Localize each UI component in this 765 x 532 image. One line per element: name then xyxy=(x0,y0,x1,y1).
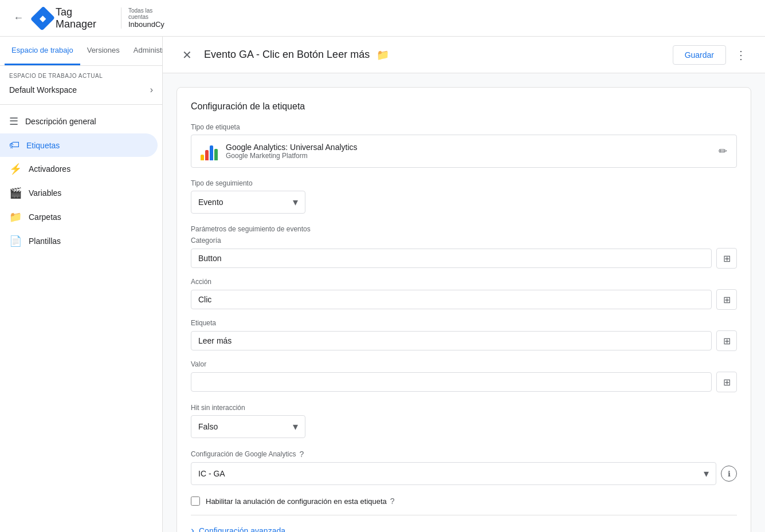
value-row: ⊞ xyxy=(191,372,737,392)
top-header: ← ◆ Tag Manager Todas las cuentas Inboun… xyxy=(0,0,765,37)
tag-type-edit-icon[interactable]: ✏ xyxy=(719,145,727,157)
workspace-name-row[interactable]: Default Workspace › xyxy=(9,82,153,97)
panel-header: ✕ Evento GA - Clic en Botón Leer más 📁 G… xyxy=(163,37,765,73)
category-var-button[interactable]: ⊞ xyxy=(716,248,737,269)
panel-header-left: ✕ Evento GA - Clic en Botón Leer más 📁 xyxy=(176,45,389,65)
value-label: Valor xyxy=(191,360,737,368)
advanced-chevron-icon: › xyxy=(191,525,194,532)
close-button[interactable]: ✕ xyxy=(176,45,197,65)
sidebar-item-folders[interactable]: 📁 Carpetas xyxy=(0,205,158,229)
main-layout: Espacio de trabajo Versiones Administrad… xyxy=(0,37,765,532)
sidebar-item-triggers[interactable]: ⚡ Activadores xyxy=(0,157,158,181)
ga-config-group: Configuración de Google Analytics ? IC -… xyxy=(191,450,737,485)
tracking-type-label: Tipo de seguimiento xyxy=(191,179,737,187)
tab-workspace[interactable]: Espacio de trabajo xyxy=(5,37,80,65)
save-button[interactable]: Guardar xyxy=(673,45,726,65)
tag-type-name: Google Analytics: Universal Analytics xyxy=(226,143,358,152)
tag-type-platform: Google Marketing Platform xyxy=(226,152,358,160)
workspace-chevron-icon: › xyxy=(150,85,153,95)
overview-icon: ☰ xyxy=(9,115,18,128)
action-row: ⊞ xyxy=(191,289,737,310)
tag-label-field-label: Etiqueta xyxy=(191,319,737,327)
tag-type-label: Tipo de etiqueta xyxy=(191,123,737,131)
category-label: Categoría xyxy=(191,237,737,245)
category-input[interactable] xyxy=(191,249,712,268)
sidebar-item-overview[interactable]: ☰ Descripción general xyxy=(0,109,158,133)
more-options-button[interactable]: ⋮ xyxy=(731,45,751,65)
back-button[interactable]: ← xyxy=(9,8,28,29)
ga-icon xyxy=(201,142,219,160)
event-params-group: Parámetros de seguimiento de eventos Cat… xyxy=(191,225,737,392)
hit-value: Falso xyxy=(198,422,218,431)
dropdown-arrow-icon: ▾ xyxy=(293,196,298,208)
sidebar-item-templates[interactable]: 📄 Plantillas xyxy=(0,229,158,253)
tag-type-left: Google Analytics: Universal Analytics Go… xyxy=(201,142,358,160)
ga-config-arrow-icon: ▾ xyxy=(704,467,709,480)
tag-config-card: Configuración de la etiqueta Tipo de eti… xyxy=(176,87,751,532)
workspace-section: ESPACIO DE TRABAJO ACTUAL Default Worksp… xyxy=(0,66,162,105)
account-info: Todas las cuentas InboundCy xyxy=(121,7,170,29)
folders-icon: 📁 xyxy=(9,211,22,223)
advanced-row[interactable]: › Configuración avanzada xyxy=(191,515,737,532)
sidebar-item-label-folders: Carpetas xyxy=(29,212,61,222)
tag-label-row: ⊞ xyxy=(191,330,737,351)
sidebar-item-variables[interactable]: 🎬 Variables xyxy=(0,181,158,205)
action-var-button[interactable]: ⊞ xyxy=(716,289,737,310)
override-checkbox[interactable] xyxy=(191,496,200,506)
hit-label: Hit sin interacción xyxy=(191,404,737,412)
tracking-type-value: Evento xyxy=(198,198,223,207)
advanced-label: Configuración avanzada xyxy=(199,526,285,533)
ga-config-dropdown[interactable]: IC - GA ▾ xyxy=(191,462,716,485)
sidebar-item-label-overview: Descripción general xyxy=(25,117,96,126)
panel-title: Evento GA - Clic en Botón Leer más xyxy=(204,49,370,61)
hit-dropdown[interactable]: Falso ▾ xyxy=(191,415,305,438)
tracking-type-group: Tipo de seguimiento Evento ▾ xyxy=(191,179,737,214)
sidebar-nav: ☰ Descripción general 🏷 Etiquetas ⚡ Acti… xyxy=(0,105,162,532)
tag-type-info: Google Analytics: Universal Analytics Go… xyxy=(226,143,358,160)
app-title: Tag Manager xyxy=(56,6,109,30)
triggers-icon: ⚡ xyxy=(9,163,22,175)
tags-icon: 🏷 xyxy=(9,139,19,151)
account-name: InboundCy xyxy=(128,20,170,29)
override-label: Habilitar la anulación de configuración … xyxy=(206,496,395,506)
event-params-label: Parámetros de seguimiento de eventos xyxy=(191,225,737,233)
value-var-button[interactable]: ⊞ xyxy=(716,372,737,392)
action-label: Acción xyxy=(191,278,737,286)
tag-config-title: Configuración de la etiqueta xyxy=(191,101,737,112)
sidebar-item-label-templates: Plantillas xyxy=(29,237,61,246)
panel-body: Configuración de la etiqueta Tipo de eti… xyxy=(163,73,765,532)
header-left: ← ◆ Tag Manager Todas las cuentas Inboun… xyxy=(9,6,170,30)
tag-type-selector[interactable]: Google Analytics: Universal Analytics Go… xyxy=(191,135,737,168)
hit-group: Hit sin interacción Falso ▾ xyxy=(191,404,737,438)
hit-dropdown-arrow-icon: ▾ xyxy=(293,420,298,433)
nav-tabs: Espacio de trabajo Versiones Administrad… xyxy=(0,37,162,66)
panel-header-right: Guardar ⋮ xyxy=(673,45,751,65)
ga-config-value: IC - GA xyxy=(198,469,225,478)
sidebar-item-tags[interactable]: 🏷 Etiquetas xyxy=(0,133,158,157)
ga-config-label: Configuración de Google Analytics xyxy=(191,450,296,458)
value-input[interactable] xyxy=(191,372,712,392)
workspace-section-label: ESPACIO DE TRABAJO ACTUAL xyxy=(9,73,153,79)
sidebar-item-label-tags: Etiquetas xyxy=(26,141,60,150)
tag-label-input[interactable] xyxy=(191,331,712,350)
logo-area: ◆ Tag Manager xyxy=(34,6,109,30)
info-icon[interactable]: ℹ xyxy=(721,466,737,482)
logo-icon: ◆ xyxy=(30,6,55,30)
tag-type-group: Tipo de etiqueta Google Analytics: Unive… xyxy=(191,123,737,168)
sidebar-item-label-variables: Variables xyxy=(29,188,61,198)
sidebar-item-label-triggers: Activadores xyxy=(29,164,70,174)
tab-versions[interactable]: Versiones xyxy=(80,37,127,65)
tag-label-var-button[interactable]: ⊞ xyxy=(716,330,737,351)
panel-folder-icon[interactable]: 📁 xyxy=(376,49,389,61)
variables-icon: 🎬 xyxy=(9,187,22,199)
templates-icon: 📄 xyxy=(9,235,22,247)
sidebar: Espacio de trabajo Versiones Administrad… xyxy=(0,37,163,532)
category-row: ⊞ xyxy=(191,248,737,269)
workspace-name-text: Default Workspace xyxy=(9,85,77,94)
account-label: Todas las cuentas xyxy=(128,7,170,20)
action-input[interactable] xyxy=(191,290,712,309)
override-help-icon[interactable]: ? xyxy=(390,496,395,506)
override-row: Habilitar la anulación de configuración … xyxy=(191,496,737,506)
tracking-type-dropdown[interactable]: Evento ▾ xyxy=(191,191,305,214)
ga-config-help-icon[interactable]: ? xyxy=(299,450,304,459)
